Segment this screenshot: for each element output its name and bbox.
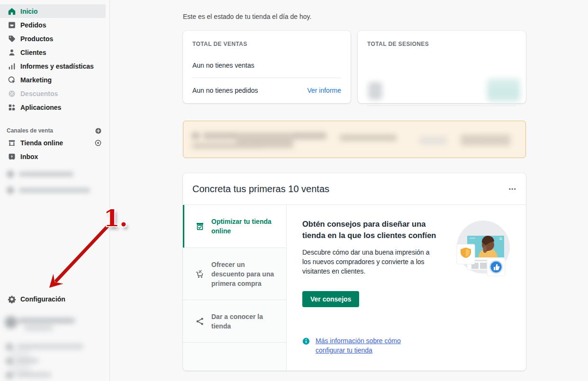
orders-icon	[8, 21, 16, 29]
sidebar-item-tienda-online[interactable]: Tienda online	[0, 136, 109, 150]
blurred-warning-banner	[183, 121, 526, 158]
divider	[192, 78, 341, 78]
overflow-menu-icon[interactable]: •••	[509, 186, 516, 192]
onboarding-tabs: Optimizar tu tienda online Ofrecer un de…	[183, 205, 287, 371]
total-sales-card: TOTAL DE VENTAS Aun no tienes ventas Aun…	[183, 31, 351, 103]
sidebar-item-inicio[interactable]: Inicio	[0, 4, 106, 18]
blurred-session-chart	[487, 78, 520, 102]
sidebar: Inicio Pedidos Productos Clientes	[0, 0, 110, 381]
help-link[interactable]: Más información sobre cómo configurar tu…	[316, 336, 410, 355]
sidebar-item-label: Inbox	[20, 153, 102, 160]
sidebar-item-pedidos[interactable]: Pedidos	[0, 18, 109, 32]
sidebar-item-label: Tienda online	[20, 139, 94, 147]
home-icon	[8, 7, 16, 16]
analytics-icon	[8, 62, 16, 71]
store-status-text: Este es el estado de tu tienda el día de…	[183, 13, 311, 20]
sales-channels-header: Canales de venta	[0, 125, 109, 136]
sidebar-item-label: Aplicaciones	[20, 104, 61, 111]
sidebar-item-descuentos: Descuentos	[0, 87, 109, 100]
view-store-eye-button[interactable]	[94, 139, 102, 147]
marketing-icon	[8, 76, 16, 84]
inbox-chat-icon	[8, 152, 16, 161]
sidebar-item-label: Marketing	[20, 76, 52, 84]
ver-consejos-button[interactable]: Ver consejos	[302, 291, 359, 307]
sales-channels-title: Canales de venta	[7, 127, 53, 134]
tab-label: Dar a conocer la tienda	[211, 312, 278, 331]
shopify-admin-home: Inicio Pedidos Productos Clientes	[0, 0, 588, 381]
tab-optimizar-tienda[interactable]: Optimizar tu tienda online	[183, 205, 286, 248]
storefront-icon	[8, 139, 16, 147]
onboarding-title: Concreta tus primeras 10 ventas	[192, 184, 329, 195]
sidebar-item-informes[interactable]: Informes y estadísticas	[0, 59, 109, 73]
gear-icon	[8, 295, 16, 303]
sidebar-item-label: Descuentos	[20, 90, 58, 97]
tabs-filler	[183, 342, 286, 371]
sidebar-item-label: Inicio	[20, 8, 38, 15]
plus-circle-icon	[95, 127, 102, 134]
no-orders-text: Aun no tienes pedidos	[192, 87, 258, 94]
sidebar-item-productos[interactable]: Productos	[0, 32, 109, 45]
panel-heading: Obtén consejos para diseñar una tienda e…	[302, 218, 445, 241]
onboarding-panel: Obtén consejos para diseñar una tienda e…	[287, 205, 526, 371]
info-icon	[302, 337, 310, 345]
apps-icon	[8, 103, 16, 112]
sidebar-item-inbox[interactable]: Inbox	[0, 150, 109, 163]
onboarding-card: Concreta tus primeras 10 ventas ••• Opti…	[183, 173, 526, 371]
sidebar-item-configuracion[interactable]: Configuración	[0, 292, 110, 306]
total-sessions-card: TOTAL DE SESIONES No hay visitantes en e…	[358, 31, 526, 103]
discount-cart-icon	[195, 269, 205, 279]
tab-ofrecer-descuento[interactable]: Ofrecer un descuento para una primera co…	[183, 248, 286, 300]
panel-body-text: Descubre cómo dar una buena impresión a …	[302, 248, 437, 276]
no-sales-text: Aun no tienes ventas	[192, 62, 341, 69]
eye-icon	[94, 139, 102, 147]
tab-label: Ofrecer un descuento para una primera co…	[211, 260, 278, 288]
sidebar-item-label: Configuración	[20, 295, 65, 303]
add-channel-button[interactable]	[94, 127, 102, 134]
sidebar-item-clientes[interactable]: Clientes	[0, 45, 109, 59]
customers-icon	[8, 48, 16, 57]
sidebar-nav: Inicio Pedidos Productos Clientes	[0, 0, 109, 114]
main-content: Este es el estado de tu tienda el día de…	[110, 0, 588, 381]
blurred-sales-channels	[0, 167, 102, 201]
sidebar-item-label: Productos	[20, 35, 53, 43]
sidebar-item-label: Pedidos	[20, 21, 46, 29]
divider	[367, 106, 516, 106]
sidebar-item-marketing[interactable]: Marketing	[0, 73, 109, 87]
blurred-store-info	[0, 310, 107, 381]
discounts-icon	[8, 89, 16, 98]
stats-cards-row: TOTAL DE VENTAS Aun no tienes ventas Aun…	[183, 31, 526, 103]
storefront-check-icon	[195, 222, 205, 231]
total-sales-title: TOTAL DE VENTAS	[192, 41, 341, 47]
sidebar-item-label: Clientes	[20, 49, 46, 56]
sidebar-item-aplicaciones[interactable]: Aplicaciones	[0, 100, 109, 114]
tab-dar-a-conocer[interactable]: Dar a conocer la tienda	[183, 300, 286, 342]
total-sessions-title: TOTAL DE SESIONES	[367, 41, 516, 47]
share-icon	[195, 317, 205, 326]
products-tag-icon	[8, 35, 16, 43]
sidebar-item-label: Informes y estadísticas	[20, 62, 94, 70]
annotation-step-number: 1.	[104, 205, 127, 231]
tab-label: Optimizar tu tienda online	[211, 217, 278, 236]
view-report-link[interactable]: Ver informe	[307, 87, 341, 94]
blurred-session-count	[368, 82, 382, 100]
trust-illustration	[454, 219, 512, 276]
